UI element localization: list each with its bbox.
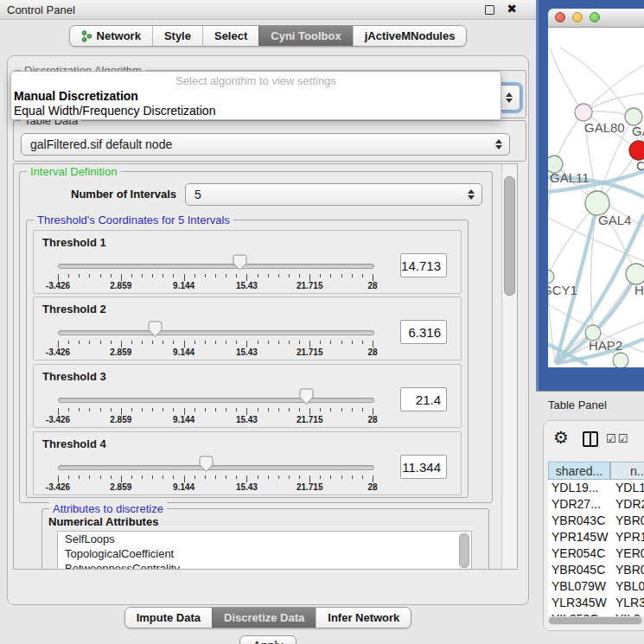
tick-mark: [226, 408, 226, 411]
scrollbar-thumb[interactable]: [504, 176, 515, 296]
minimize-traffic-light-icon[interactable]: [572, 12, 583, 22]
list-item[interactable]: SelfLoops: [58, 532, 471, 546]
table-row[interactable]: YDR27...YDR2...: [548, 496, 644, 513]
tick-mark: [100, 341, 101, 344]
slider-track[interactable]: [58, 330, 374, 335]
numerical-attributes-list[interactable]: SelfLoopsTopologicalCoefficientBetweenne…: [57, 531, 472, 570]
tick-mark: [100, 274, 101, 277]
threshold-label: Threshold 2: [42, 303, 106, 316]
list-item[interactable]: TopologicalCoefficient: [58, 546, 471, 561]
tick-label: 2.859: [110, 348, 131, 357]
table-row[interactable]: YBR045CYBR0...: [548, 562, 644, 578]
table-row[interactable]: YBR043CYBR0...: [548, 513, 644, 529]
tab-select[interactable]: Select: [202, 26, 258, 46]
tick-label: 28: [367, 348, 377, 357]
algorithm-option[interactable]: Equal Width/Frequency Discretization: [14, 104, 215, 118]
slider-thumb[interactable]: [148, 321, 163, 341]
tick-mark: [341, 475, 342, 479]
slider-track[interactable]: [58, 398, 374, 403]
tick-mark: [362, 475, 363, 479]
list-scrollbar-thumb[interactable]: [459, 533, 469, 568]
gear-icon[interactable]: ⚙: [553, 427, 569, 448]
table-row[interactable]: YER054CYER0...: [548, 545, 644, 562]
tab-network[interactable]: Network: [70, 26, 152, 46]
split-view-icon[interactable]: [583, 431, 598, 447]
threshold-value-field[interactable]: [400, 253, 447, 277]
slider-thumb[interactable]: [199, 456, 214, 476]
tab-impute-data[interactable]: Impute Data: [125, 608, 212, 628]
tab-network-label: Network: [97, 29, 141, 42]
tick-mark: [121, 341, 122, 348]
network-node-c[interactable]: [629, 141, 644, 160]
tick-mark: [194, 408, 195, 411]
list-item[interactable]: BetweennessCentrality: [58, 561, 471, 570]
network-edge[interactable]: [583, 65, 644, 112]
table-panel-title: Table Panel: [548, 399, 607, 411]
number-of-intervals-combobox[interactable]: 5: [185, 183, 482, 206]
tick-mark: [258, 475, 258, 479]
network-node-gal80[interactable]: [575, 104, 592, 121]
tick-mark: [289, 408, 290, 411]
tab-discretize-data[interactable]: Discretize Data: [212, 608, 316, 628]
tab-cyni-toolbox[interactable]: Cyni Toolbox: [258, 26, 352, 46]
horizontal-scrollbar-thumb[interactable]: [549, 617, 641, 624]
table-row[interactable]: YDL19...YDL1...: [548, 480, 644, 496]
table-row[interactable]: YPR145WYPR1...: [548, 529, 644, 545]
tick-mark: [268, 341, 269, 344]
float-window-icon[interactable]: [485, 5, 494, 15]
tab-infer-network[interactable]: Infer Network: [316, 608, 411, 628]
combo-stepper-icon: [495, 139, 502, 150]
network-edge[interactable]: [550, 48, 583, 112]
tick-mark: [258, 274, 258, 277]
tick-mark: [121, 475, 122, 482]
slider-thumb[interactable]: [299, 388, 314, 409]
tick-label: 9.144: [173, 415, 194, 424]
tick-label: -3.426: [46, 281, 70, 290]
algorithm-option[interactable]: Manual Discretization: [14, 89, 138, 103]
network-node-gcy1[interactable]: [548, 270, 554, 284]
tick-label: -3.426: [46, 482, 70, 492]
slider-track[interactable]: [58, 465, 374, 470]
slider-track[interactable]: [58, 264, 374, 269]
tick-mark: [163, 408, 163, 411]
tick-mark: [236, 475, 237, 479]
tick-mark: [111, 341, 112, 344]
tick-mark: [258, 341, 258, 344]
checkbox-icons[interactable]: ☑☑: [606, 432, 629, 445]
slider-thumb[interactable]: [233, 254, 247, 275]
network-node[interactable]: [613, 353, 628, 367]
network-node-label: C: [636, 158, 644, 173]
network-canvas[interactable]: GAL80GACGAL11GAL4GCY1HHAP2: [548, 27, 644, 367]
tick-mark: [289, 475, 290, 479]
tick-mark: [309, 475, 310, 482]
close-icon[interactable]: ✖: [507, 2, 517, 16]
tick-label: 15.43: [236, 348, 258, 357]
tick-mark: [246, 274, 247, 281]
tab-style[interactable]: Style: [152, 26, 202, 46]
tick-mark: [142, 475, 143, 479]
close-traffic-light-icon[interactable]: [555, 12, 565, 22]
tick-mark: [89, 274, 90, 277]
threshold-value-field[interactable]: [400, 320, 447, 344]
tab-jactivemnodules[interactable]: jActiveMNodules: [353, 26, 467, 46]
tick-mark: [89, 408, 90, 411]
table-row[interactable]: YBL079WYBL0...: [548, 578, 644, 595]
table-row[interactable]: YLR345WYLR3...: [548, 595, 644, 611]
horizontal-scrollbar-track[interactable]: [548, 616, 644, 625]
threshold-value-field[interactable]: [400, 387, 447, 411]
table-data-combobox[interactable]: galFiltered.sif default node: [21, 133, 510, 156]
tick-mark: [278, 475, 279, 479]
tick-mark: [362, 341, 363, 344]
network-node-gal4[interactable]: [585, 191, 609, 215]
network-node-h[interactable]: [626, 264, 644, 284]
network-window-titlebar[interactable]: [548, 9, 644, 28]
zoom-traffic-light-icon[interactable]: [590, 12, 600, 22]
apply-button[interactable]: Apply: [239, 635, 296, 644]
tick-mark: [226, 475, 226, 479]
column-header[interactable]: shared...: [548, 462, 610, 480]
column-header[interactable]: n...: [610, 462, 644, 480]
network-node-ga[interactable]: [625, 108, 642, 125]
threshold-value-field[interactable]: [400, 455, 447, 479]
threshold-label: Threshold 3: [42, 370, 106, 383]
tick-mark: [121, 274, 122, 281]
